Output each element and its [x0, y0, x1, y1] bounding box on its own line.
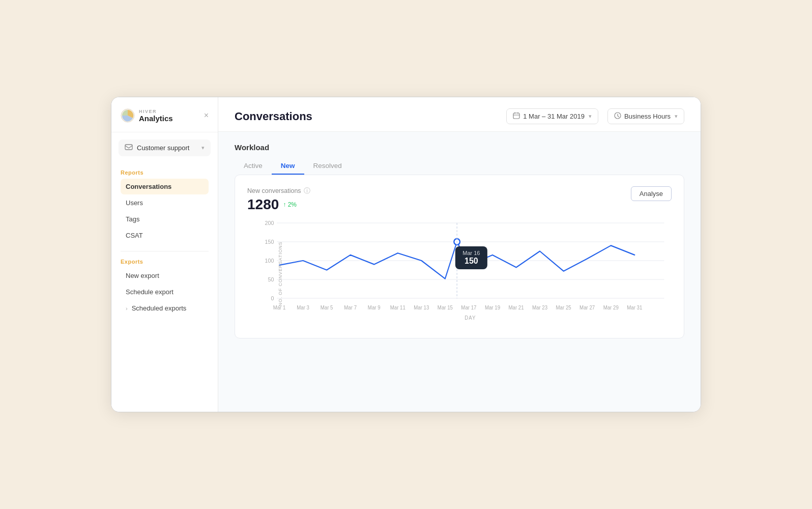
sidebar-app-name: Analytics — [139, 114, 173, 123]
sidebar-item-users[interactable]: Users — [121, 195, 209, 211]
y-axis-label: NO. OF CONVERSATIONS — [278, 242, 283, 306]
sidebar-brand: HIVER — [139, 109, 173, 114]
analyse-button[interactable]: Analyse — [631, 186, 672, 201]
chevron-right-icon: › — [126, 305, 128, 312]
new-export-label: New export — [126, 272, 159, 279]
sidebar-item-csat[interactable]: CSAT — [121, 228, 209, 243]
svg-text:Mar 15: Mar 15 — [438, 305, 453, 310]
svg-text:DAY: DAY — [465, 315, 476, 321]
sidebar-item-scheduled-exports[interactable]: › Scheduled exports — [121, 300, 209, 316]
logo-icon — [121, 108, 135, 123]
sidebar-item-schedule-export[interactable]: Schedule export — [121, 284, 209, 300]
svg-text:Mar 29: Mar 29 — [603, 305, 619, 310]
page-title: Conversations — [235, 110, 312, 123]
sidebar-item-new-export[interactable]: New export — [121, 268, 209, 284]
sidebar-logo: HIVER Analytics — [121, 108, 173, 123]
mailbox-chevron-icon: ▾ — [201, 145, 205, 151]
chart-label-text: New conversations — [247, 187, 301, 194]
svg-text:Mar 13: Mar 13 — [414, 305, 429, 310]
svg-text:Mar 17: Mar 17 — [461, 305, 476, 310]
date-range-control[interactable]: 1 Mar – 31 Mar 2019 ▾ — [506, 108, 598, 124]
tab-new[interactable]: New — [272, 158, 304, 175]
svg-rect-2 — [513, 113, 519, 119]
business-hours-chevron-icon: ▾ — [675, 113, 678, 120]
svg-text:Mar 7: Mar 7 — [344, 305, 357, 310]
schedule-export-label: Schedule export — [126, 288, 173, 296]
main-body: Workload Active New Resolved New convers… — [218, 132, 701, 412]
svg-text:Mar 27: Mar 27 — [579, 305, 595, 310]
tab-active[interactable]: Active — [235, 158, 272, 175]
mailbox-icon — [125, 144, 133, 152]
sidebar-item-conversations[interactable]: Conversations — [121, 179, 209, 194]
mailbox-selector[interactable]: Customer support ▾ — [119, 139, 211, 156]
exports-section-title: Exports — [121, 259, 209, 265]
svg-text:Mar 21: Mar 21 — [508, 305, 524, 310]
scheduled-exports-label: Scheduled exports — [132, 304, 187, 312]
chart-area: Mar 16 150 200 150 100 50 — [247, 218, 672, 330]
svg-text:Mar 23: Mar 23 — [532, 305, 548, 310]
svg-text:50: 50 — [268, 276, 274, 282]
chart-card: New conversations ⓘ 1280 ↑ 2% Analyse Ma… — [235, 175, 684, 338]
svg-text:Mar 25: Mar 25 — [556, 305, 572, 310]
tab-resolved[interactable]: Resolved — [304, 158, 351, 175]
svg-text:100: 100 — [265, 258, 274, 264]
calendar-icon — [513, 112, 520, 121]
svg-text:0: 0 — [271, 295, 274, 301]
svg-text:Mar 11: Mar 11 — [390, 305, 405, 310]
date-range-chevron-icon: ▾ — [589, 113, 592, 120]
app-window: HIVER Analytics × Customer support ▾ Rep… — [111, 97, 701, 412]
chart-trend: ↑ 2% — [283, 201, 297, 208]
svg-text:Mar 19: Mar 19 — [485, 305, 500, 310]
svg-text:200: 200 — [265, 220, 274, 226]
reports-section-title: Reports — [121, 169, 209, 176]
sidebar: HIVER Analytics × Customer support ▾ Rep… — [111, 97, 218, 412]
sidebar-title-group: HIVER Analytics — [139, 109, 173, 123]
business-hours-label: Business Hours — [624, 112, 671, 120]
svg-text:Mar 5: Mar 5 — [321, 305, 333, 310]
info-icon: ⓘ — [304, 186, 310, 195]
main-header: Conversations 1 Mar – 31 Mar 2019 ▾ Busi… — [218, 97, 701, 132]
main-content: Conversations 1 Mar – 31 Mar 2019 ▾ Busi… — [218, 97, 701, 412]
clock-icon — [614, 112, 621, 121]
svg-text:Mar 3: Mar 3 — [297, 305, 309, 310]
sidebar-item-tags[interactable]: Tags — [121, 211, 209, 227]
exports-section: Exports New export Schedule export › Sch… — [111, 257, 218, 319]
chart-number: 1280 — [247, 196, 279, 213]
date-range-label: 1 Mar – 31 Mar 2019 — [523, 112, 585, 120]
svg-text:Mar 31: Mar 31 — [627, 305, 642, 310]
workload-title: Workload — [235, 143, 684, 152]
chart-label: New conversations ⓘ — [247, 186, 310, 195]
business-hours-control[interactable]: Business Hours ▾ — [607, 108, 684, 124]
close-icon[interactable]: × — [204, 111, 209, 120]
sidebar-divider — [121, 251, 209, 251]
svg-rect-1 — [125, 145, 132, 150]
header-controls: 1 Mar – 31 Mar 2019 ▾ Business Hours ▾ — [506, 108, 684, 124]
sidebar-header: HIVER Analytics × — [111, 97, 218, 132]
mailbox-label: Customer support — [137, 144, 197, 152]
chart-meta: New conversations ⓘ 1280 ↑ 2% — [247, 186, 310, 213]
workload-tabs: Active New Resolved — [235, 158, 684, 175]
chart-header: New conversations ⓘ 1280 ↑ 2% Analyse — [247, 186, 672, 213]
chart-value: 1280 ↑ 2% — [247, 196, 310, 213]
chart-svg: 200 150 100 50 0 Mar 1 Mar 3 Mar 5 Mar 7… — [247, 218, 672, 330]
svg-text:150: 150 — [265, 239, 274, 245]
svg-text:Mar 9: Mar 9 — [368, 305, 381, 310]
reports-section: Reports Conversations Users Tags CSAT — [111, 160, 218, 246]
